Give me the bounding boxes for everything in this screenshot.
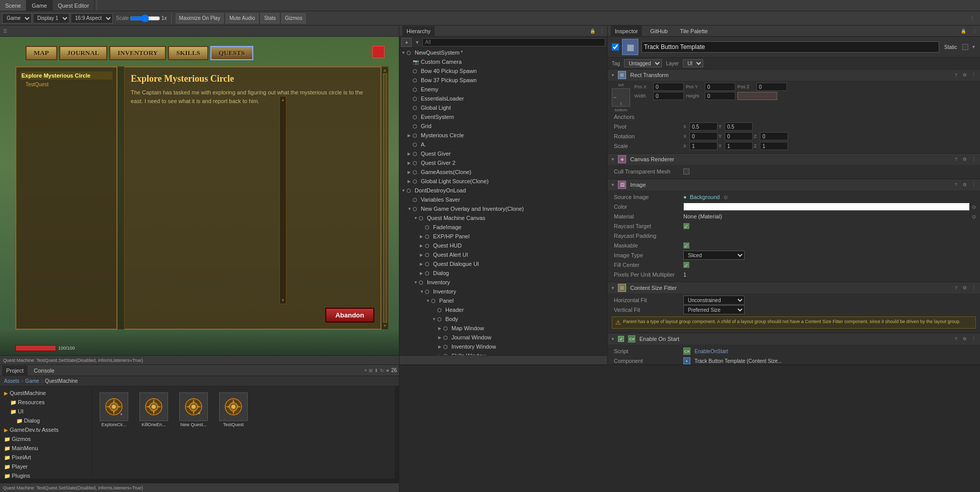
tree-item-dontdestroy[interactable]: ▼ ⬡ DontDestroyOnLoad xyxy=(399,186,607,195)
proj-save-icon[interactable]: ★ xyxy=(386,368,390,373)
tree-item-newgameoverlay[interactable]: ▼ ⬡ New Game Overlay and Inventory(Clone… xyxy=(399,204,607,213)
csf-question-icon[interactable]: ? xyxy=(952,284,960,291)
cr-question-icon[interactable]: ? xyxy=(952,156,960,163)
file-testquest[interactable]: TestQuest xyxy=(216,390,251,429)
add-object-btn[interactable]: + xyxy=(401,38,412,47)
static-checkbox[interactable] xyxy=(962,44,968,50)
hierarchy-options[interactable]: ▼ xyxy=(414,40,420,45)
vfit-select[interactable]: Preferred Size xyxy=(683,305,745,314)
folder-pixelart[interactable]: 📁 PixelArt xyxy=(0,453,91,462)
rt-settings-icon[interactable]: ⚙ xyxy=(961,71,968,79)
menu-quest-editor[interactable]: Quest Editor xyxy=(53,0,94,11)
stats-btn[interactable]: Stats xyxy=(260,13,279,23)
tree-item-a[interactable]: ⬡ A. xyxy=(399,140,607,149)
tree-item-globallightsource[interactable]: ▶ ⬡ Global Light Source(Clone) xyxy=(399,177,607,186)
file-explorecirc[interactable]: + ExploreCir... xyxy=(96,390,132,429)
eos-question-icon[interactable]: ? xyxy=(952,335,960,342)
rt-question-icon[interactable]: ? xyxy=(952,71,960,79)
tree-item-inventory2[interactable]: ▼ ⬡ Inventory xyxy=(399,287,607,296)
material-pick-icon[interactable]: ⊙ xyxy=(972,214,976,219)
rot-x-input[interactable] xyxy=(689,132,718,140)
canvas-renderer-header[interactable]: ▼ ◈ Canvas Renderer ? ⚙ ⋮ xyxy=(608,154,980,165)
tile-palette-tab[interactable]: Tile Palette xyxy=(676,26,712,36)
tree-item-dialog[interactable]: ▶ ⬡ Dialog xyxy=(399,268,607,278)
game-select[interactable]: Game xyxy=(2,13,32,23)
tree-item-exphp[interactable]: ▶ ⬡ EXP/HP Panel xyxy=(399,232,607,241)
tree-item-essentials[interactable]: ⬡ EssentialsLoader xyxy=(399,94,607,103)
scale-z-input[interactable] xyxy=(760,142,788,150)
breadcrumb-assets[interactable]: Assets xyxy=(4,378,19,384)
hierarchy-lock[interactable]: 🔒 xyxy=(590,29,595,34)
rt-more-icon[interactable]: ⋮ xyxy=(970,71,977,79)
active-checkbox[interactable] xyxy=(612,43,619,51)
static-dropdown-icon[interactable]: ▼ xyxy=(971,44,976,50)
scale-y-input[interactable] xyxy=(725,142,753,150)
rt-posy-input[interactable] xyxy=(705,83,735,91)
tree-item-panel[interactable]: ▼ ⬡ Panel xyxy=(399,296,607,305)
img-settings-icon[interactable]: ⚙ xyxy=(961,181,968,188)
maskable-checkbox[interactable]: ✓ xyxy=(683,242,689,249)
eos-more-icon[interactable]: ⋮ xyxy=(970,335,977,342)
scroll-down[interactable]: ▼ xyxy=(280,298,286,303)
scale-slider[interactable] xyxy=(130,15,160,21)
tree-item-bow40[interactable]: ⬡ Bow 40 Pickup Spawn xyxy=(399,66,607,76)
console-tab[interactable]: Console xyxy=(30,365,58,376)
rt-posx-input[interactable] xyxy=(653,83,684,91)
tree-item-inventory[interactable]: ▼ ⬡ Inventory xyxy=(399,278,607,287)
folder-gizmos[interactable]: 📁 Gizmos xyxy=(0,434,91,444)
hierarchy-search[interactable] xyxy=(422,38,605,46)
eos-settings-icon[interactable]: ⚙ xyxy=(961,335,968,342)
hierarchy-menu[interactable]: ⋮ xyxy=(600,29,604,34)
folder-player[interactable]: 📁 Player xyxy=(0,462,91,471)
inspector-lock-icon[interactable]: 🔒 xyxy=(961,29,966,34)
tree-item-eventsystem[interactable]: ⬡ EventSystem xyxy=(399,112,607,121)
tree-item-inventorywindow[interactable]: ▶ ⬡ Inventory Window xyxy=(399,342,607,351)
csf-more-icon[interactable]: ⋮ xyxy=(970,284,977,291)
cr-settings-icon[interactable]: ⚙ xyxy=(961,156,968,163)
eos-header[interactable]: ▼ ✓ C# Enable On Start ? ⚙ ⋮ xyxy=(608,333,980,345)
tree-item-custom-camera[interactable]: 📷 Custom Camera xyxy=(399,57,607,66)
detail-scroll-down[interactable]: ▼ xyxy=(383,324,387,328)
hierarchy-tab[interactable]: Hierarchy xyxy=(402,26,435,37)
tree-item-body[interactable]: ▼ ⬡ Body xyxy=(399,314,607,324)
tree-item-mapwindow[interactable]: ▶ ⬡ Map Window xyxy=(399,324,607,333)
rt-height-input[interactable] xyxy=(705,92,735,100)
tree-item-journalwindow[interactable]: ▶ ⬡ Journal Window xyxy=(399,333,607,342)
nav-journal[interactable]: JOURNAL xyxy=(59,46,108,60)
folder-mainmenu[interactable]: 📁 MainMenu xyxy=(0,444,91,453)
detail-scroll-up[interactable]: ▲ xyxy=(383,68,387,72)
object-name-input[interactable] xyxy=(641,41,939,53)
color-swatch[interactable] xyxy=(683,203,970,211)
project-tab[interactable]: Project xyxy=(2,365,28,376)
scroll-up[interactable]: ▲ xyxy=(280,97,286,102)
tree-item-header[interactable]: ⬡ Header xyxy=(399,305,607,314)
folder-ui[interactable]: 📁 UI xyxy=(0,407,91,416)
tree-item-questdialogue[interactable]: ▶ ⬡ Quest Dialogue UI xyxy=(399,259,607,268)
rect-transform-header[interactable]: ▼ ⊞ Rect Transform ? ⚙ ⋮ xyxy=(608,69,980,81)
nav-map[interactable]: MAP xyxy=(26,46,57,60)
folder-gamedev[interactable]: ▶ GameDev.tv Assets xyxy=(0,425,91,434)
rt-posz-input[interactable] xyxy=(756,83,787,91)
layer-select[interactable]: UI xyxy=(683,59,703,67)
tree-item-varssaver[interactable]: ⬡ Variables Saver xyxy=(399,195,607,204)
proj-import-icon[interactable]: ⬇ xyxy=(374,368,378,373)
tree-item-newquestsystem[interactable]: ▼ ⬡ NewQuestSystem * xyxy=(399,48,607,57)
raycast-checkbox[interactable]: ✓ xyxy=(683,223,689,229)
menu-game[interactable]: Game xyxy=(27,0,53,11)
tree-item-grid[interactable]: ⬡ Grid xyxy=(399,121,607,131)
nav-inventory[interactable]: INVENTORY xyxy=(109,46,166,60)
tree-item-bow37[interactable]: ⬡ Bow 37 Pickup Spawn xyxy=(399,76,607,85)
img-more-icon[interactable]: ⋮ xyxy=(970,181,977,188)
maximize-on-play-btn[interactable]: Maximize On Play xyxy=(176,13,224,23)
csf-settings-icon[interactable]: ⚙ xyxy=(961,284,968,291)
cr-more-icon[interactable]: ⋮ xyxy=(970,156,977,163)
tree-item-questmachinecanvas[interactable]: ▼ ⬡ Quest Machine Canvas xyxy=(399,213,607,223)
tree-item-mysc[interactable]: ▶ ⬡ Mysterious Circle xyxy=(399,131,607,140)
color-pick-icon[interactable]: ⊙ xyxy=(972,204,976,210)
abandon-button[interactable]: Abandon xyxy=(325,308,374,323)
project-scroll-v[interactable] xyxy=(395,386,399,479)
nav-skills[interactable]: SKILLS xyxy=(168,46,208,60)
rot-y-input[interactable] xyxy=(725,132,753,140)
pivot-y-input[interactable] xyxy=(725,122,753,131)
inspector-tab[interactable]: Inspector xyxy=(611,26,642,36)
